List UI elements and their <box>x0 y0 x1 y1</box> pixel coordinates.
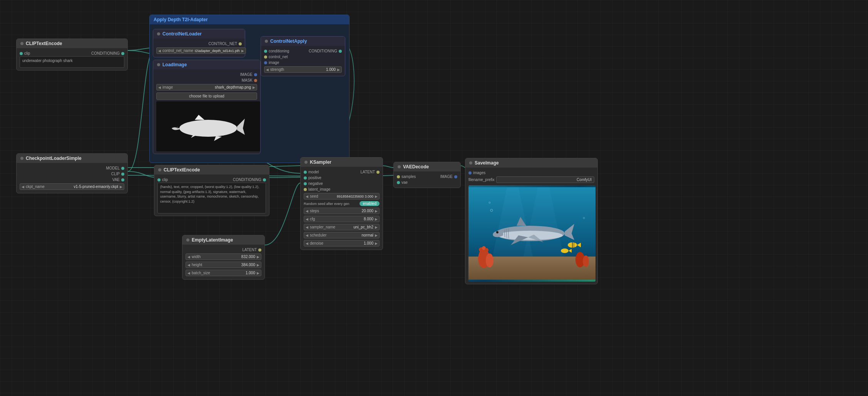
denoise-right-arrow[interactable]: ▶ <box>375 242 378 245</box>
width-value: 832.000 <box>241 255 255 259</box>
clip-text-2-content[interactable]: (hands), text, error, cropped, (worst qu… <box>157 183 266 213</box>
strength-value: 1.000 <box>326 67 336 72</box>
samples-input-port <box>397 175 400 178</box>
conditioning2-output-port <box>263 178 266 181</box>
img-left-arrow[interactable]: ◀ <box>158 86 161 89</box>
sampler-right-arrow[interactable]: ▶ <box>375 225 378 229</box>
samples-input-label: samples <box>401 175 416 179</box>
scheduler-left-arrow[interactable]: ◀ <box>306 233 308 237</box>
height-label: height <box>192 263 202 267</box>
image-name-widget[interactable]: ◀ image shark_depthmap.png ▶ <box>156 84 257 91</box>
conditioning-out-label: CONDITIONING <box>309 49 337 53</box>
vae-output-port <box>121 178 124 181</box>
clip-input-port <box>20 52 23 55</box>
random-seed-toggle[interactable]: enabled <box>360 201 380 206</box>
ksampler-node: KSampler model LATENT positive negative <box>300 157 383 250</box>
strength-left-arrow[interactable]: ◀ <box>266 68 269 72</box>
node-dot <box>469 161 472 164</box>
node-title-label: LoadImage <box>162 62 187 67</box>
conditioning-input-label: conditioning <box>269 49 289 53</box>
ckpt-name-widget[interactable]: ◀ ckpt_name v1-5-pruned-emaonly.ckpt ▶ <box>20 183 124 190</box>
output-image-svg <box>468 187 595 280</box>
load-image-title: LoadImage <box>153 60 260 69</box>
shark-depth-preview <box>156 101 260 151</box>
images-input-port <box>468 171 472 175</box>
svg-point-13 <box>485 248 488 252</box>
width-widget[interactable]: ◀ width 832.000 ▶ <box>186 253 261 260</box>
ckpt-left-arrow[interactable]: ◀ <box>22 185 24 189</box>
sampler-name-widget[interactable]: ◀ sampler_name uni_pc_bh2 ▶ <box>304 224 380 230</box>
steps-left-arrow[interactable]: ◀ <box>306 209 308 213</box>
model-input-port <box>304 171 307 174</box>
height-left-arrow[interactable]: ◀ <box>187 263 190 267</box>
svg-point-8 <box>486 253 493 267</box>
vae-decode-title: VAEDecode <box>394 162 460 171</box>
image-out-label: IMAGE <box>240 72 253 77</box>
upload-button[interactable]: choose file to upload <box>156 92 257 100</box>
height-right-arrow[interactable]: ▶ <box>257 263 259 267</box>
control-net-input-port <box>264 55 267 59</box>
width-label: width <box>192 255 201 259</box>
height-widget[interactable]: ◀ height 384.000 ▶ <box>186 262 261 268</box>
clip-input-label: clip <box>24 51 30 55</box>
width-left-arrow[interactable]: ◀ <box>187 255 190 259</box>
seed-widget[interactable]: ◀ seed 89185840235600 3.000 ▶ <box>304 193 380 200</box>
svg-point-1 <box>179 120 237 137</box>
load-image-node: LoadImage IMAGE MASK <box>153 60 261 154</box>
batch-size-label: batch_size <box>192 271 210 275</box>
controlnet-loader-title: ControlNetLoader <box>153 29 245 39</box>
control-net-name-label: control_net_name <box>162 49 193 53</box>
negative-input-label: negative <box>308 181 323 186</box>
conditioning-out-port <box>339 50 342 53</box>
vae-decode-node: VAEDecode samples IMAGE vae <box>393 162 461 188</box>
seed-value: 89185840235600 3.000 <box>337 195 373 198</box>
strength-widget[interactable]: ◀ strength 1.000 ▶ <box>264 66 342 73</box>
ksampler-latent-out-label: LATENT <box>360 170 375 174</box>
cfg-left-arrow[interactable]: ◀ <box>306 217 308 221</box>
steps-widget[interactable]: ◀ steps 20.000 ▶ <box>304 208 380 214</box>
batch-right-arrow[interactable]: ▶ <box>257 271 259 275</box>
cfg-value: 8.000 <box>364 217 373 221</box>
latent-image-input-port <box>304 188 307 191</box>
model-output-port <box>121 167 124 170</box>
controlnet-loader-node: ControlNetLoader CONTROL_NET ◀ control_n… <box>153 29 245 57</box>
node-dot <box>186 238 189 242</box>
img-right-arrow[interactable]: ▶ <box>253 86 255 89</box>
cfg-widget[interactable]: ◀ cfg 8.000 ▶ <box>304 216 380 222</box>
filename-prefix-input[interactable]: ComfyUI <box>496 176 594 183</box>
control-net-name-widget[interactable]: ◀ control_net_name t2iadapter_depth_sd14… <box>156 47 246 54</box>
steps-right-arrow[interactable]: ▶ <box>375 209 378 213</box>
scheduler-right-arrow[interactable]: ▶ <box>375 233 378 237</box>
latent-image-input-label: latent_image <box>308 187 330 191</box>
seed-left-arrow[interactable]: ◀ <box>306 195 308 198</box>
node-dot <box>304 161 308 164</box>
scheduler-widget[interactable]: ◀ scheduler normal ▶ <box>304 232 380 238</box>
ctrl-left-arrow[interactable]: ◀ <box>158 49 161 53</box>
node-title-label: ControlNetLoader <box>162 31 202 37</box>
denoise-widget[interactable]: ◀ denoise 1.000 ▶ <box>304 240 380 247</box>
cfg-right-arrow[interactable]: ▶ <box>375 217 378 221</box>
seed-right-arrow[interactable]: ▶ <box>375 195 378 198</box>
model-input-label: model <box>308 170 319 174</box>
mask-out-port <box>254 79 257 82</box>
apply-depth-title-label: Apply Depth T2I-Adapter <box>154 17 208 22</box>
latent-output-label: LATENT <box>242 248 257 252</box>
scheduler-label: scheduler <box>310 233 326 237</box>
batch-size-widget[interactable]: ◀ batch_size 1.000 ▶ <box>186 270 261 276</box>
denoise-left-arrow[interactable]: ◀ <box>306 242 308 245</box>
vae-input-port <box>397 181 400 184</box>
node-dot <box>157 32 160 35</box>
ctrl-right-arrow[interactable]: ▶ <box>241 49 244 53</box>
clip-text-1-content[interactable]: underwater photograph shark <box>20 56 124 68</box>
vae-input-label: vae <box>401 180 408 185</box>
sampler-left-arrow[interactable]: ◀ <box>306 225 308 229</box>
strength-right-arrow[interactable]: ▶ <box>337 68 340 72</box>
ckpt-right-arrow[interactable]: ▶ <box>120 185 122 189</box>
node-title-label: CheckpointLoaderSimple <box>26 156 82 161</box>
node-dot <box>20 42 23 45</box>
apply-depth-node: Apply Depth T2I-Adapter ControlNetLoader… <box>149 15 350 163</box>
strength-label: strength <box>270 67 284 72</box>
batch-left-arrow[interactable]: ◀ <box>187 271 190 275</box>
control-net-name-value: t2iadapter_depth_sd14v1.pth <box>195 49 240 53</box>
width-right-arrow[interactable]: ▶ <box>257 255 259 259</box>
